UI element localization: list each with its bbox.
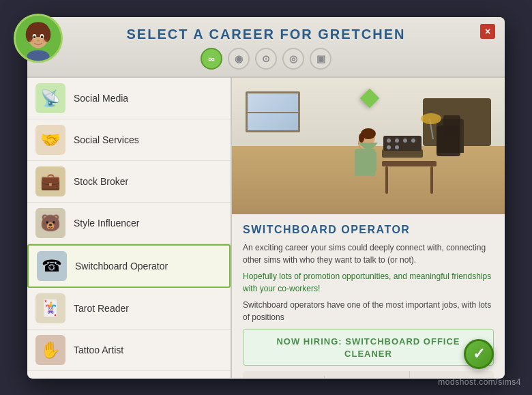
career-item-tarot-reader[interactable]: 🃏Tarot Reader (27, 288, 231, 330)
avatar (14, 14, 63, 63)
modal-title: Select a Career for Gretchen (41, 27, 491, 42)
scene-bg-chair (437, 119, 464, 153)
person-head (358, 136, 372, 150)
career-name-style-influencer: Style Influencer (74, 218, 140, 229)
career-name-switchboard-operator: Switchboard Operator (75, 261, 168, 272)
scene-window (246, 91, 300, 132)
career-name-tarot-reader: Tarot Reader (74, 303, 129, 314)
svg-point-7 (33, 35, 36, 38)
career-item-switchboard-operator[interactable]: ☎Switchboard Operator (27, 244, 231, 288)
career-item-tattoo-artist[interactable]: ✋Tattoo Artist (27, 330, 231, 371)
modal-header: Select a Career for Gretchen × ∞◉⊙◎▣ (27, 17, 505, 78)
hiring-text: Now Hiring: Switchboard Office Cleaner (276, 336, 460, 359)
person-body (355, 149, 375, 176)
filter-icon-f3[interactable]: ⊙ (255, 48, 277, 70)
career-name-stock-broker: Stock Broker (74, 176, 128, 187)
pay-stat: $ 22/hour (243, 376, 325, 378)
filter-icon-f5[interactable]: ▣ (310, 48, 331, 70)
career-item-stock-broker[interactable]: 💼Stock Broker (27, 161, 231, 203)
svg-point-10 (29, 39, 33, 42)
career-stats: $ 22/hour 7:00 AM - 7:00 PM SMTWTFS (243, 371, 494, 378)
selected-career-title: Switchboard Operator (243, 224, 494, 236)
filter-icon-f4[interactable]: ◎ (282, 48, 304, 70)
career-list: 📡Social Media🤝Social Services💼Stock Brok… (27, 78, 232, 378)
career-icon-tattoo-artist: ✋ (35, 335, 65, 365)
career-item-style-influencer[interactable]: 🐻Style Influencer (27, 203, 231, 244)
career-image (232, 78, 505, 214)
modal-body: 📡Social Media🤝Social Services💼Stock Brok… (27, 78, 505, 378)
career-name-tattoo-artist: Tattoo Artist (74, 345, 123, 355)
career-icon-social-services: 🤝 (35, 125, 65, 155)
scene-person (355, 136, 375, 176)
close-button[interactable]: × (480, 24, 495, 39)
svg-point-12 (27, 50, 50, 62)
watermark: modshost.com/sims4 (438, 377, 521, 387)
career-icon-style-influencer: 🐻 (35, 208, 65, 238)
career-name-social-media: Social Media (74, 93, 128, 104)
svg-point-9 (37, 40, 40, 42)
career-icon-tarot-reader: 🃏 (35, 293, 65, 323)
career-desc-2: Hopefully lots of promotion opportunitie… (243, 270, 494, 295)
filter-icon-f2[interactable]: ◉ (228, 48, 250, 70)
svg-point-11 (42, 39, 47, 42)
career-name-social-services: Social Services (74, 134, 139, 145)
career-item-social-media[interactable]: 📡Social Media (27, 78, 231, 119)
career-icon-switchboard-operator: ☎ (37, 251, 67, 281)
svg-point-8 (41, 35, 44, 38)
career-icon-stock-broker: 💼 (35, 166, 65, 196)
career-desc-1: An exciting career your sims could deepl… (243, 242, 494, 266)
career-selection-modal: Select a Career for Gretchen × ∞◉⊙◎▣ 📡So… (27, 17, 505, 379)
filter-bar: ∞◉⊙◎▣ (41, 48, 491, 70)
career-desc-3: Switchboard operators have one of the mo… (243, 299, 494, 323)
filter-icon-all[interactable]: ∞ (201, 48, 222, 70)
career-icon-social-media: 📡 (35, 83, 65, 113)
career-item-social-services[interactable]: 🤝Social Services (27, 119, 231, 161)
scene-table (382, 161, 437, 166)
hours-stat: 7:00 AM - 7:00 PM (327, 371, 409, 378)
confirm-icon: ✓ (473, 347, 485, 362)
hiring-banner: Now Hiring: Switchboard Office Cleaner (243, 329, 494, 366)
career-detail: Switchboard Operator An exciting career … (232, 78, 505, 378)
confirm-button[interactable]: ✓ (464, 339, 494, 369)
